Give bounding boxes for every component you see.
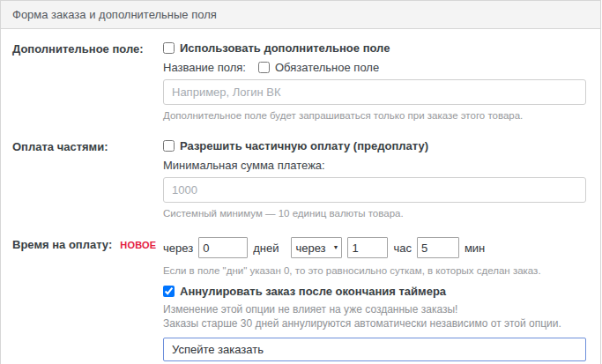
panel-title: Форма заказа и дополнительные поля — [1, 1, 600, 29]
hours-suffix-label: час — [393, 241, 412, 255]
field-name-label: Название поля: — [163, 61, 246, 74]
annul-order-checkbox-label: Аннулировать заказ после окончания тайме… — [180, 285, 446, 298]
days-prefix-label: через — [163, 241, 193, 255]
days-suffix-label: дней — [253, 241, 279, 255]
section-payment-time: Время на оплату:НОВОЕ через дней через ▼… — [12, 237, 586, 364]
min-sum-label: Минимальная сумма платежа: — [163, 159, 325, 172]
annul-order-row[interactable]: Аннулировать заказ после окончания тайме… — [163, 285, 586, 298]
min-sum-hint: Системный минимум — 10 единиц валюты тов… — [163, 208, 586, 219]
required-field-checkbox-label: Обязательное поле — [275, 61, 379, 74]
minutes-suffix-label: мин — [465, 241, 485, 255]
panel-body: Дополнительное поле: Использовать дополн… — [1, 29, 600, 364]
order-form-panel: Форма заказа и дополнительные поля Допол… — [0, 0, 601, 364]
use-additional-field-checkbox[interactable] — [163, 42, 175, 54]
use-additional-field-checkbox-label: Использовать дополнительное поле — [180, 41, 390, 55]
annul-order-checkbox[interactable] — [163, 286, 175, 297]
min-sum-input[interactable] — [163, 177, 586, 203]
timer-text-input[interactable] — [163, 338, 586, 361]
annul-note-2: Заказы старше 30 дней аннулируются автом… — [163, 317, 586, 331]
days-input[interactable] — [198, 237, 248, 258]
payment-time-controls: через дней через ▼ час мин — [163, 237, 586, 258]
time-unit-select-wrap: через ▼ — [291, 237, 342, 258]
additional-field-label: Дополнительное поле: — [12, 41, 163, 56]
allow-partial-payment-row[interactable]: Разрешить частичную оплату (предоплату) — [163, 139, 586, 152]
field-name-input[interactable] — [163, 79, 586, 105]
allow-partial-payment-checkbox[interactable] — [163, 140, 175, 152]
annul-note-1: Изменение этой опции не влияет на уже со… — [163, 303, 586, 317]
annul-notes: Изменение этой опции не влияет на уже со… — [163, 303, 586, 331]
partial-payment-label: Оплата частями: — [12, 139, 163, 153]
section-partial-payment: Оплата частями: Разрешить частичную опла… — [12, 139, 586, 219]
section-additional-field: Дополнительное поле: Использовать дополн… — [12, 41, 586, 121]
required-field-checkbox[interactable] — [258, 62, 270, 73]
required-field-row[interactable]: Обязательное поле — [258, 61, 379, 74]
payment-time-hint: Если в поле "дни" указан 0, то это равно… — [163, 265, 586, 276]
allow-partial-payment-checkbox-label: Разрешить частичную оплату (предоплату) — [180, 139, 428, 152]
use-additional-field-row[interactable]: Использовать дополнительное поле — [163, 41, 586, 55]
payment-time-label-text: Время на оплату: — [12, 238, 112, 251]
new-badge: НОВОЕ — [120, 240, 156, 250]
time-unit-select[interactable]: через — [291, 237, 342, 258]
minutes-input[interactable] — [417, 237, 459, 258]
additional-field-hint: Дополнительное поле будет запрашиваться … — [163, 110, 586, 121]
payment-time-label: Время на оплату:НОВОЕ — [12, 237, 163, 251]
hours-input[interactable] — [347, 237, 388, 258]
